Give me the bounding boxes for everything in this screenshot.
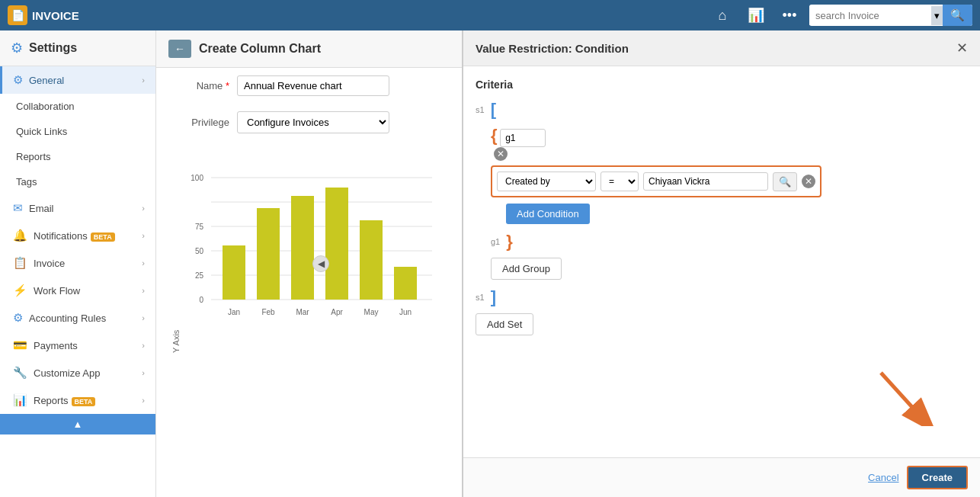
condition-field-select[interactable]: Created by (497, 172, 596, 191)
add-group-btn[interactable]: Add Group (491, 258, 562, 280)
set-start-row: s1 [ (476, 100, 968, 120)
search-bar: ▾ 🔍 (809, 5, 972, 26)
bar-mar (291, 196, 314, 300)
remove-group-btn[interactable]: ✕ (494, 147, 508, 161)
group-id-input[interactable] (500, 129, 546, 147)
sidebar-item-general[interactable]: ⚙ General › (0, 66, 155, 94)
customize-chevron-icon: › (142, 368, 145, 377)
sidebar-item-collaboration[interactable]: Collaboration (0, 94, 155, 119)
sidebar-item-accounting-rules[interactable]: ⚙ Accounting Rules › (0, 304, 155, 332)
sidebar-item-workflow[interactable]: ⚡ Work Flow › (0, 277, 155, 304)
home-icon[interactable]: ⌂ (709, 2, 736, 29)
svg-text:Mar: Mar (296, 308, 309, 316)
set-end-row: s1 ] (476, 287, 968, 307)
sidebar-item-customize-app[interactable]: 🔧 Customize App › (0, 359, 155, 386)
privilege-label: Privilege (168, 117, 229, 128)
sidebar-header: ⚙ Settings (0, 30, 155, 66)
invoice-chevron-icon: › (142, 258, 145, 268)
sidebar: ⚙ Settings ⚙ General › Collaboration Qui… (0, 30, 156, 497)
svg-text:Feb: Feb (261, 308, 275, 316)
scroll-up-icon: ▲ (73, 418, 83, 430)
sidebar-item-email[interactable]: ✉ Email › (0, 194, 155, 222)
condition-row: Created by = != < > 🔍 ✕ (476, 165, 968, 197)
search-dropdown-btn[interactable]: ▾ (931, 6, 943, 25)
chart-icon[interactable]: 📊 (742, 2, 770, 29)
notifications-icon: 🔔 (13, 229, 27, 242)
name-input[interactable] (237, 75, 389, 96)
condition-operator-select[interactable]: = != < > (600, 172, 639, 191)
sidebar-label-email: Email (29, 203, 142, 214)
email-chevron-icon: › (142, 204, 145, 213)
sidebar-label-general: General (29, 75, 142, 86)
sidebar-item-invoice[interactable]: 📋 Invoice › (0, 249, 155, 277)
search-submit-btn[interactable]: 🔍 (943, 5, 972, 26)
chart-panel-title: Create Column Chart (199, 42, 321, 56)
set-close-bracket: ] (491, 287, 496, 307)
y-axis-label: Y Axis (168, 170, 181, 353)
reports2-chevron-icon: › (142, 396, 145, 405)
notifications-chevron-icon: › (142, 231, 145, 240)
sidebar-item-reports2[interactable]: 📊 ReportsBETA › (0, 386, 155, 414)
vr-close-btn[interactable]: ✕ (956, 40, 968, 56)
sidebar-item-tags[interactable]: Tags (0, 169, 155, 194)
vr-header: Value Restriction: Condition ✕ (463, 30, 980, 66)
main-layout: ⚙ Settings ⚙ General › Collaboration Qui… (0, 30, 980, 497)
add-set-btn[interactable]: Add Set (476, 313, 533, 335)
group-end-label: g1 (491, 237, 500, 246)
payments-chevron-icon: › (142, 341, 145, 350)
set-end-label: s1 (476, 293, 485, 302)
bar-feb (257, 208, 280, 300)
remove-condition-btn[interactable]: ✕ (802, 175, 815, 188)
sidebar-label-tags: Tags (16, 176, 145, 188)
svg-text:May: May (364, 308, 379, 316)
collapse-panel-btn[interactable]: ◀ (312, 255, 329, 272)
svg-text:Jan: Jan (228, 308, 240, 316)
svg-text:25: 25 (195, 271, 204, 280)
workflow-icon: ⚡ (13, 284, 27, 297)
sidebar-label-notifications: NotificationsBETA (34, 230, 142, 242)
content-area: ← Create Column Chart Name * Privilege C… (156, 30, 980, 497)
criteria-title: Criteria (476, 79, 968, 91)
search-input[interactable] (809, 6, 931, 25)
condition-value-input[interactable] (643, 172, 768, 191)
condition-search-btn[interactable]: 🔍 (773, 172, 797, 191)
sidebar-scroll-up-btn[interactable]: ▲ (0, 414, 155, 434)
sidebar-item-quick-links[interactable]: Quick Links (0, 119, 155, 144)
cancel-button[interactable]: Cancel (868, 472, 898, 483)
sidebar-label-payments: Payments (34, 340, 142, 351)
general-icon: ⚙ (13, 73, 23, 87)
svg-text:50: 50 (195, 247, 204, 255)
set-open-bracket: [ (491, 100, 496, 120)
add-group-row: Add Group (476, 258, 968, 280)
more-icon[interactable]: ••• (776, 2, 803, 29)
bar-apr (325, 188, 348, 300)
back-button[interactable]: ← (168, 40, 191, 58)
bar-jun (394, 267, 417, 300)
sidebar-item-payments[interactable]: 💳 Payments › (0, 332, 155, 359)
create-button[interactable]: Create (907, 466, 968, 489)
sidebar-label-reports2: ReportsBETA (34, 395, 142, 406)
svg-text:Jun: Jun (399, 308, 412, 316)
bar-chart-svg: 100 75 50 25 0 (181, 170, 440, 353)
sidebar-label-workflow: Work Flow (34, 285, 142, 297)
vr-panel: Value Restriction: Condition ✕ Criteria … (462, 30, 980, 497)
add-set-row: Add Set (476, 313, 968, 335)
bar-jan (223, 245, 245, 300)
app-name: INVOICE (32, 9, 79, 22)
chevron-right-icon: › (142, 75, 145, 85)
group-start-row: { ✕ (476, 126, 968, 161)
condition-box: Created by = != < > 🔍 ✕ (491, 165, 821, 197)
add-condition-btn[interactable]: Add Condition (506, 204, 590, 224)
svg-text:Apr: Apr (331, 308, 343, 316)
privilege-select[interactable]: Configure Invoices (237, 111, 389, 133)
sidebar-item-notifications[interactable]: 🔔 NotificationsBETA › (0, 222, 155, 249)
notifications-beta-badge: BETA (91, 232, 115, 242)
reports-beta-badge: BETA (72, 397, 96, 406)
svg-text:75: 75 (195, 223, 204, 231)
app-logo-icon: 📄 (8, 5, 27, 25)
accounting-chevron-icon: › (142, 313, 145, 322)
topbar: 📄 INVOICE ⌂ 📊 ••• ▾ 🔍 (0, 0, 980, 30)
sidebar-label-reports: Reports (16, 151, 145, 162)
sidebar-label-accounting-rules: Accounting Rules (29, 313, 142, 324)
sidebar-item-reports[interactable]: Reports (0, 144, 155, 169)
